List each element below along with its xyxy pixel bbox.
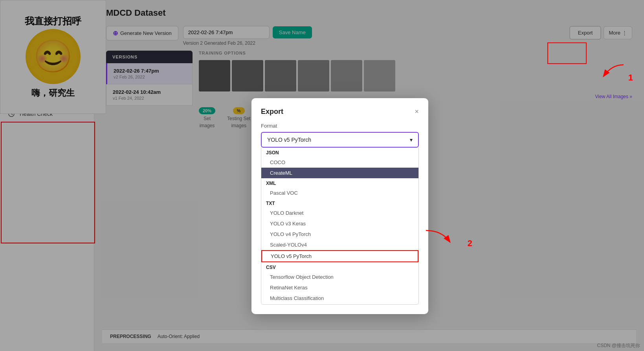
group-json: JSON (261, 148, 418, 157)
chevron-down-icon: ▾ (410, 137, 413, 143)
modal-close-button[interactable]: × (415, 108, 419, 116)
group-other: Other (261, 303, 418, 305)
dropdown-createml[interactable]: CreateML (261, 168, 418, 178)
dropdown-list: JSON COCO CreateML XML Pascal VOC TXT YO… (261, 148, 419, 305)
export-modal: Export × Format YOLO v5 PyTorch ▾ JSON C… (251, 98, 428, 314)
format-label: Format (261, 123, 419, 129)
arrow-1 (596, 61, 627, 80)
modal-title: Export (261, 108, 283, 116)
dropdown-yolo-v4-pytorch[interactable]: YOLO v4 PyTorch (261, 229, 418, 239)
dropdown-yolo-darknet[interactable]: YOLO Darknet (261, 208, 418, 218)
modal-header: Export × (261, 108, 419, 116)
format-select[interactable]: YOLO v5 PyTorch ▾ (261, 132, 419, 148)
dropdown-pascal-voc[interactable]: Pascal VOC (261, 188, 418, 198)
format-selected-value: YOLO v5 PyTorch (267, 137, 311, 143)
dropdown-coco[interactable]: COCO (261, 157, 418, 168)
label-1: 1 (628, 73, 633, 83)
dropdown-yolo-v3-keras[interactable]: YOLO v3 Keras (261, 218, 418, 229)
group-csv: CSV (261, 262, 418, 272)
group-txt: TXT (261, 198, 418, 208)
dropdown-retinanet-keras[interactable]: RetinaNet Keras (261, 282, 418, 293)
dropdown-yolo-v5-pytorch[interactable]: YOLO v5 PyTorch (261, 250, 418, 262)
arrow-2 (422, 227, 457, 246)
dropdown-scaled-yolov4[interactable]: Scaled-YOLOv4 (261, 239, 418, 250)
group-xml: XML (261, 178, 418, 188)
dropdown-multiclass[interactable]: Multiclass Classification (261, 293, 418, 303)
dropdown-tensorflow-od[interactable]: Tensorflow Object Detection (261, 272, 418, 282)
label-2: 2 (468, 238, 472, 249)
